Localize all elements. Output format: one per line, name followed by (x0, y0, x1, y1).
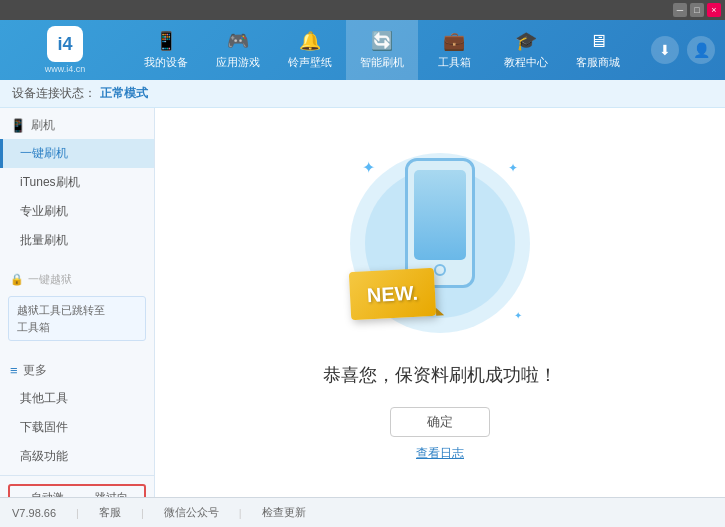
success-message: 恭喜您，保资料刷机成功啦！ (323, 363, 557, 387)
main-layout: 📱 刷机 一键刷机 iTunes刷机 专业刷机 批量刷机 🔒 一键越狱 越狱工具… (0, 108, 725, 497)
log-link[interactable]: 查看日志 (416, 445, 464, 462)
version-label: V7.98.66 (12, 507, 56, 519)
tab-smart-flash[interactable]: 🔄 智能刷机 (346, 20, 418, 80)
itunes-flash-label: iTunes刷机 (20, 175, 80, 189)
tab-tutorial-label: 教程中心 (504, 55, 548, 70)
sidebar-bottom: 自动激活 跳过向导 📱 iPhone 15 Pro Max 512GB iPho… (0, 475, 154, 497)
tab-smart-flash-label: 智能刷机 (360, 55, 404, 70)
status-bar: V7.98.66|客服|微信公众号|检查更新 (0, 497, 725, 527)
sidebar-item-one-key-flash[interactable]: 一键刷机 (0, 139, 154, 168)
one-key-flash-label: 一键刷机 (20, 146, 68, 160)
sidebar-item-other-tools[interactable]: 其他工具 (0, 384, 154, 413)
apps-games-icon: 🎮 (227, 30, 249, 52)
pro-flash-label: 专业刷机 (20, 204, 68, 218)
badge-corner (436, 307, 444, 315)
other-tools-label: 其他工具 (20, 391, 68, 405)
auto-activate-label: 自动激活 (31, 490, 74, 497)
sidebar-item-itunes-flash[interactable]: iTunes刷机 (0, 168, 154, 197)
auto-activate-item[interactable]: 自动激活 (16, 490, 74, 497)
tab-apps-games-label: 应用游戏 (216, 55, 260, 70)
sidebar-jailbreak-notice: 越狱工具已跳转至工具箱 (8, 296, 146, 341)
success-illustration: NEW. ✦ ✦ ✦ (340, 143, 540, 343)
nav-tabs: 📱 我的设备 🎮 应用游戏 🔔 铃声壁纸 🔄 智能刷机 💼 工具箱 🎓 教程中心… (130, 20, 651, 80)
tab-toolbox[interactable]: 💼 工具箱 (418, 20, 490, 80)
sidebar-section-more-label: 更多 (23, 362, 47, 379)
sparkle-icon-3: ✦ (514, 310, 522, 321)
checkbox-row: 自动激活 跳过向导 (8, 484, 146, 497)
sidebar-section-flash-label: 刷机 (31, 117, 55, 134)
confirm-button[interactable]: 确定 (390, 407, 490, 437)
more-section-icon: ≡ (10, 363, 18, 378)
jailbreak-notice-text: 越狱工具已跳转至工具箱 (17, 304, 105, 333)
sidebar-item-download-firmware[interactable]: 下载固件 (0, 413, 154, 442)
tab-service[interactable]: 🖥 客服商城 (562, 20, 634, 80)
tab-service-label: 客服商城 (576, 55, 620, 70)
tab-tutorial[interactable]: 🎓 教程中心 (490, 20, 562, 80)
close-button[interactable]: × (707, 3, 721, 17)
sidebar-item-advanced[interactable]: 高级功能 (0, 442, 154, 471)
sparkle-icon-2: ✦ (508, 161, 518, 175)
mode-value: 正常模式 (100, 85, 148, 102)
phone-home-btn (434, 264, 446, 276)
time-guide-item[interactable]: 跳过向导 (80, 490, 138, 497)
new-badge: NEW. (349, 268, 436, 320)
logo-subtext: www.i4.cn (45, 64, 86, 74)
check-update-link[interactable]: 检查更新 (262, 505, 306, 520)
flash-section-icon: 📱 (10, 118, 26, 133)
advanced-label: 高级功能 (20, 449, 68, 463)
sidebar-section-more: ≡ 更多 其他工具 下载固件 高级功能 (0, 353, 154, 475)
customer-service-link[interactable]: 客服 (99, 505, 121, 520)
tab-ringtones[interactable]: 🔔 铃声壁纸 (274, 20, 346, 80)
minimize-button[interactable]: ─ (673, 3, 687, 17)
disabled-jailbreak-label: 一键越狱 (28, 272, 72, 287)
user-button[interactable]: 👤 (687, 36, 715, 64)
lock-icon: 🔒 (10, 273, 24, 286)
time-guide-label: 跳过向导 (95, 490, 138, 497)
download-button[interactable]: ⬇ (651, 36, 679, 64)
sidebar-section-more-header: ≡ 更多 (0, 357, 154, 384)
logo-area: i4 www.i4.cn (0, 26, 130, 74)
batch-flash-label: 批量刷机 (20, 233, 68, 247)
sidebar-section-flash-header: 📱 刷机 (0, 112, 154, 139)
sidebar-section-flash: 📱 刷机 一键刷机 iTunes刷机 专业刷机 批量刷机 (0, 108, 154, 259)
toolbox-icon: 💼 (443, 30, 465, 52)
tab-apps-games[interactable]: 🎮 应用游戏 (202, 20, 274, 80)
title-bar: ─ □ × (0, 0, 725, 20)
sidebar-item-batch-flash[interactable]: 批量刷机 (0, 226, 154, 255)
ringtones-icon: 🔔 (299, 30, 321, 52)
sub-header: 设备连接状态： 正常模式 (0, 80, 725, 108)
tab-ringtones-label: 铃声壁纸 (288, 55, 332, 70)
tab-toolbox-label: 工具箱 (438, 55, 471, 70)
logo-icon: i4 (47, 26, 83, 62)
new-text: NEW. (366, 281, 418, 307)
download-firmware-label: 下载固件 (20, 420, 68, 434)
sidebar: 📱 刷机 一键刷机 iTunes刷机 专业刷机 批量刷机 🔒 一键越狱 越狱工具… (0, 108, 155, 497)
header-right: ⬇ 👤 (651, 36, 725, 64)
mode-prefix: 设备连接状态： (12, 85, 96, 102)
sparkle-icon-1: ✦ (362, 158, 375, 177)
smart-flash-icon: 🔄 (371, 30, 393, 52)
sidebar-item-pro-flash[interactable]: 专业刷机 (0, 197, 154, 226)
maximize-button[interactable]: □ (690, 3, 704, 17)
my-device-icon: 📱 (155, 30, 177, 52)
tab-my-device-label: 我的设备 (144, 55, 188, 70)
header: i4 www.i4.cn 📱 我的设备 🎮 应用游戏 🔔 铃声壁纸 🔄 智能刷机… (0, 20, 725, 80)
content-area: NEW. ✦ ✦ ✦ 恭喜您，保资料刷机成功啦！ 确定 查看日志 (155, 108, 725, 497)
phone-screen (414, 170, 466, 260)
sidebar-disabled-jailbreak: 🔒 一键越狱 (0, 267, 154, 292)
tab-my-device[interactable]: 📱 我的设备 (130, 20, 202, 80)
service-icon: 🖥 (589, 31, 607, 52)
tutorial-icon: 🎓 (515, 30, 537, 52)
wechat-link[interactable]: 微信公众号 (164, 505, 219, 520)
